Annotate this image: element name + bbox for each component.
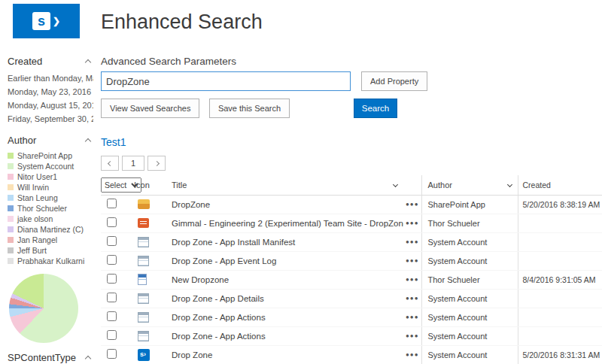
ellipsis-menu-icon[interactable]: ●●● [403, 214, 421, 232]
row-checkbox[interactable] [107, 330, 117, 340]
main-content: Advanced Search Parameters Add Property … [101, 47, 602, 364]
refinement-sidebar: Created Earlier than Monday, May ... Mon… [0, 47, 98, 364]
row-checkbox[interactable] [107, 217, 117, 227]
legend-color-swatch [8, 226, 14, 232]
chevron-down-icon[interactable] [506, 182, 512, 187]
app-header: s ❯ Enhanced Search [0, 0, 602, 45]
refiner-section-contenttype[interactable]: SPContentType [8, 352, 90, 363]
save-this-search-button[interactable]: Save this Search [209, 99, 290, 118]
search-query-input[interactable] [101, 71, 351, 91]
result-title[interactable]: Drop Zone - App Event Log [169, 251, 403, 270]
refiner-created-option[interactable]: Earlier than Monday, May ... [8, 71, 93, 85]
result-author: System Account [421, 326, 518, 345]
page-title: Enhanced Search [101, 11, 263, 34]
list-icon [138, 312, 149, 323]
result-title[interactable]: DropZone [169, 195, 403, 214]
ellipsis-menu-icon[interactable]: ●●● [403, 251, 421, 270]
result-group-link[interactable]: Test1 [101, 136, 602, 148]
search-button[interactable]: Search [354, 99, 397, 118]
column-header-author-label: Author [428, 180, 452, 190]
result-row: New Dropzone ●●● Thor Schueler 8/4/2016 … [101, 270, 602, 289]
refiner-author-option[interactable]: SharePoint App [8, 150, 93, 161]
refiner-author-option[interactable]: Diana Martinez (C) [8, 224, 93, 235]
result-title[interactable]: Drop Zone - App Actions [169, 326, 403, 345]
sharepoint-logo-letter: s [38, 14, 45, 28]
refiner-author-option[interactable]: Jeff Burt [8, 245, 93, 256]
row-checkbox[interactable] [107, 293, 117, 302]
refiner-author-label: Diana Martinez (C) [17, 224, 84, 235]
ellipsis-menu-icon[interactable]: ●●● [403, 308, 421, 326]
refiner-author-option[interactable]: Stan Leung [8, 193, 93, 203]
ellipsis-menu-icon[interactable]: ●●● [403, 270, 421, 289]
result-title[interactable]: Drop Zone - App Details [169, 289, 403, 308]
ellipsis-menu-icon[interactable]: ●●● [403, 195, 421, 214]
column-header-title[interactable]: Title [169, 175, 403, 195]
prev-page-button[interactable] [101, 156, 119, 171]
result-author: Thor Schueler [421, 270, 518, 289]
result-title[interactable]: Drop Zone - App Install Manifest [169, 232, 403, 251]
ellipsis-menu-icon[interactable]: ●●● [403, 232, 421, 251]
result-title[interactable]: New Dropzone [169, 270, 403, 289]
row-checkbox[interactable] [107, 349, 117, 359]
chevron-down-icon[interactable] [393, 182, 398, 187]
refiner-section-author[interactable]: Author [8, 135, 90, 146]
ellipsis-menu-icon[interactable]: ●●● [403, 345, 421, 364]
chevron-up-icon[interactable] [85, 59, 91, 65]
chevron-up-icon[interactable] [85, 356, 91, 362]
chevron-up-icon[interactable] [85, 138, 91, 144]
ellipsis-menu-icon[interactable]: ●●● [403, 326, 421, 345]
next-page-button[interactable] [147, 156, 166, 171]
refiner-author-label: Nitor User1 [17, 171, 57, 182]
pagination: 1 [101, 156, 602, 171]
ellipsis-menu-icon[interactable]: ●●● [403, 289, 421, 308]
refiner-created-option[interactable]: Monday, August 15, 2016 ... [8, 99, 93, 112]
legend-color-swatch [8, 174, 14, 180]
refiner-author-option[interactable]: Will Irwin [8, 182, 93, 193]
row-checkbox[interactable] [107, 255, 117, 265]
search-parameter-row: Add Property [101, 71, 602, 91]
result-created [518, 251, 602, 270]
refiner-author-option[interactable]: System Account [8, 161, 93, 171]
result-created [518, 289, 602, 308]
add-property-button[interactable]: Add Property [361, 71, 427, 91]
result-row: Gimmal - Engineering 2 (Experimental) Te… [101, 214, 602, 232]
refiner-author-label: Jan Rangel [17, 235, 57, 245]
result-title[interactable]: Drop Zone - App Actions [169, 308, 403, 326]
refiner-author-label: Prabhakar Kulkarni [17, 256, 84, 266]
chevron-right-icon [154, 160, 159, 165]
column-header-author[interactable]: Author [421, 175, 518, 195]
view-saved-searches-button[interactable]: View Saved Searches [101, 99, 199, 118]
row-checkbox[interactable] [107, 236, 117, 246]
result-row: Drop Zone - App Details ●●● System Accou… [101, 289, 602, 308]
current-page-indicator[interactable]: 1 [122, 156, 144, 171]
column-header-spacer [403, 175, 421, 195]
row-checkbox[interactable] [107, 274, 117, 284]
row-checkbox[interactable] [107, 199, 117, 208]
refiner-author-label: Will Irwin [17, 182, 49, 193]
refiner-section-created[interactable]: Created [8, 56, 90, 67]
result-title[interactable]: Gimmal - Engineering 2 (Experimental) Te… [169, 214, 403, 232]
refiner-created-option[interactable]: Monday, May 23, 2016 - M... [8, 85, 93, 99]
result-created: 5/20/2016 8:31:31 AM [518, 345, 602, 364]
result-row: Drop Zone - App Actions ●●● System Accou… [101, 326, 602, 345]
refiner-author-option[interactable]: Prabhakar Kulkarni [8, 256, 93, 266]
column-header-created: Created [518, 175, 602, 195]
result-title[interactable]: Drop Zone [169, 345, 403, 364]
result-created [518, 326, 602, 345]
refiner-author-option[interactable]: Jan Rangel [8, 235, 93, 245]
refiner-created-title: Created [8, 56, 42, 67]
refiner-author-option[interactable]: Nitor User1 [8, 171, 93, 182]
result-author: System Account [421, 232, 518, 251]
refiner-created-option[interactable]: Friday, September 30, 2016 [8, 112, 93, 126]
sharepoint-logo[interactable]: s ❯ [13, 4, 80, 38]
row-checkbox[interactable] [107, 311, 117, 321]
refiner-author-option[interactable]: jake olson [8, 214, 93, 224]
result-created: 8/4/2016 9:31:05 AM [518, 270, 602, 289]
advanced-search-title: Advanced Search Parameters [101, 56, 602, 67]
result-author: System Account [421, 345, 518, 364]
legend-color-swatch [8, 205, 14, 211]
author-pie-chart[interactable] [9, 274, 78, 343]
refiner-author-option[interactable]: Thor Schueler [8, 203, 93, 214]
sharepoint-icon [138, 349, 150, 361]
results-header-row: Select Icon Title Author Created [101, 175, 602, 195]
